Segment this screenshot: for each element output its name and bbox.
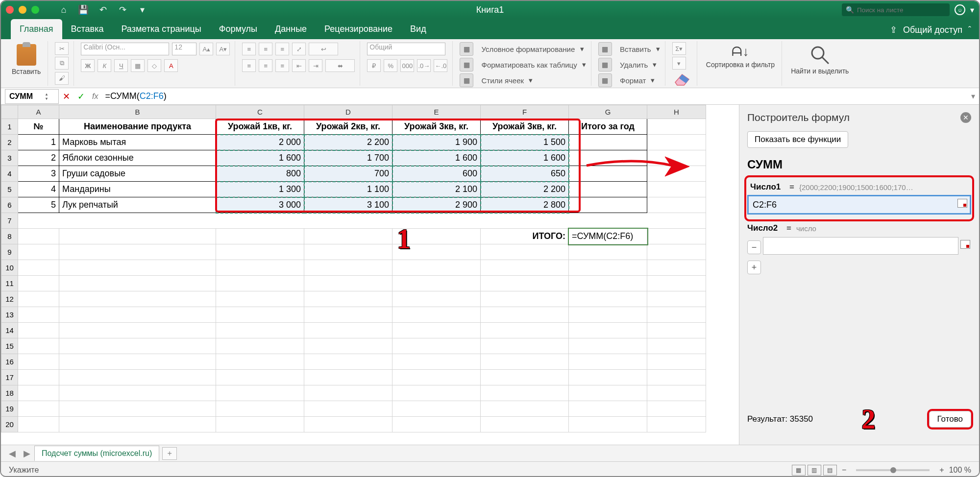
align-bottom-icon[interactable]: ≡ [275,43,289,55]
close-panel-button[interactable]: ✕ [960,112,971,123]
cell[interactable] [59,229,216,244]
cell[interactable] [569,291,647,307]
cell[interactable] [647,229,706,244]
col-header[interactable]: D [304,105,392,119]
cell[interactable] [18,354,59,370]
feedback-icon[interactable]: ☺ [955,4,965,15]
cell[interactable] [59,307,216,323]
cell[interactable] [569,166,647,182]
cell[interactable] [569,401,647,417]
autosum-icon[interactable]: Σ▾ [672,42,686,55]
col-header[interactable]: C [216,105,304,119]
cell[interactable] [647,260,706,276]
cell[interactable] [569,307,647,323]
font-name-combo[interactable]: Calibri (Осн... [81,43,169,55]
row-header[interactable]: 5 [1,182,18,197]
cell[interactable]: 2 [18,150,59,166]
align-left-icon[interactable]: ≡ [242,59,256,72]
cell[interactable]: Урожай 3кв, кг. [481,119,569,135]
cell[interactable]: 600 [392,166,481,182]
cell[interactable]: 1 100 [304,182,392,197]
cell[interactable]: 2 800 [481,197,569,213]
cell[interactable]: 1 300 [216,182,304,197]
cell[interactable] [569,338,647,354]
cell[interactable] [647,119,706,135]
cell[interactable]: Наименование продукта [59,119,216,135]
row-header[interactable]: 6 [1,197,18,213]
cell[interactable] [481,307,569,323]
row-header[interactable]: 19 [1,401,18,417]
add-sheet-button[interactable]: + [162,447,177,460]
cell[interactable] [18,276,59,291]
cell[interactable] [216,323,304,338]
row-header[interactable]: 13 [1,307,18,323]
accept-formula-button[interactable]: ✓ [74,89,88,104]
formula-expand-icon[interactable]: ▾ [967,92,979,101]
paste-button[interactable]: Вставить [10,42,43,77]
cell[interactable] [18,307,59,323]
cell[interactable] [647,307,706,323]
cell[interactable] [569,197,647,213]
cell[interactable] [647,135,706,150]
cell[interactable] [216,276,304,291]
normal-view-icon[interactable]: ▦ [792,465,806,476]
tab-view[interactable]: Вид [401,19,435,39]
cell[interactable]: 2 000 [216,135,304,150]
cell[interactable] [304,323,392,338]
collapse-ribbon-icon[interactable]: ˆ [968,25,971,35]
currency-button[interactable]: ₽ [367,59,381,72]
align-right-icon[interactable]: ≡ [275,59,289,72]
zoom-out-button[interactable]: − [842,466,846,475]
cell[interactable] [304,401,392,417]
minimize-window-icon[interactable] [19,6,26,14]
arg1-input[interactable] [748,196,970,214]
done-button[interactable]: Готово [929,411,972,428]
number-format-combo[interactable]: Общий [367,43,445,55]
cell[interactable] [569,135,647,150]
italic-button[interactable]: К [98,59,111,72]
cell[interactable] [216,401,304,417]
cell[interactable] [392,338,481,354]
col-header[interactable]: B [59,105,216,119]
cell[interactable] [647,323,706,338]
row-header[interactable]: 1 [1,119,18,135]
cell[interactable] [216,260,304,276]
cell-styles-button[interactable]: Стили ячеек [482,76,524,85]
cell[interactable]: 1 600 [216,150,304,166]
cell[interactable] [216,370,304,385]
align-middle-icon[interactable]: ≡ [259,43,272,55]
cell-itogo-formula[interactable]: =СУММ(C2:F6) [569,229,647,244]
range-select-icon[interactable] [960,240,970,249]
cell[interactable] [216,307,304,323]
cell[interactable]: 1 700 [304,150,392,166]
align-center-icon[interactable]: ≡ [259,59,272,72]
cell[interactable]: Урожай 3кв, кг. [392,119,481,135]
align-top-icon[interactable]: ≡ [242,43,256,55]
cell[interactable] [18,385,59,401]
decrease-font-icon[interactable]: A▾ [216,43,230,55]
borders-button[interactable]: ▦ [131,59,145,72]
cell[interactable] [647,197,706,213]
cell[interactable] [569,260,647,276]
tell-me-dropdown-icon[interactable]: ▾ [970,5,974,15]
sheet-nav-next-icon[interactable]: ▶ [20,448,34,459]
font-color-button[interactable]: A [164,59,178,72]
cell[interactable] [392,354,481,370]
cell[interactable] [647,417,706,432]
increase-indent-icon[interactable]: ⇥ [309,59,322,72]
row-header[interactable]: 9 [1,244,18,260]
wrap-text-button[interactable]: ↩ [309,43,338,55]
show-all-functions-button[interactable]: Показать все функции [747,131,848,148]
cell[interactable] [59,385,216,401]
cell[interactable] [59,291,216,307]
cell[interactable] [647,166,706,182]
name-box[interactable]: СУММ ▴▾ [5,89,59,104]
row-header[interactable]: 12 [1,291,18,307]
cell[interactable]: 1 [18,135,59,150]
sheet-search-box[interactable]: 🔍 [842,3,950,16]
cell[interactable]: 2 200 [481,182,569,197]
cell[interactable]: 1 900 [392,135,481,150]
cell[interactable]: Мандарины [59,182,216,197]
sort-filter-button[interactable]: ᗩ↓ Сортировка и фильтр [704,42,777,71]
cell[interactable] [59,323,216,338]
